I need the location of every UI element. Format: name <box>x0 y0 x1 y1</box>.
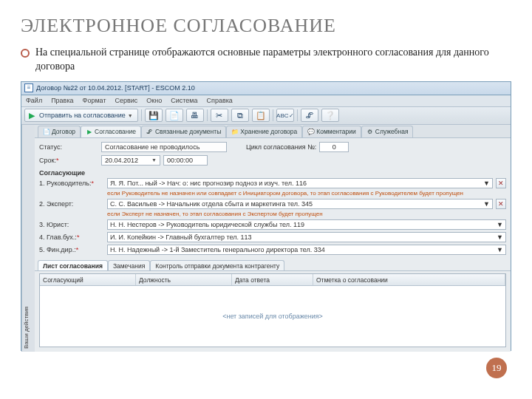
subtab-notes[interactable]: Замечания <box>108 260 150 270</box>
grid-col-position[interactable]: Должность <box>136 274 232 285</box>
menu-service[interactable]: Сервис <box>115 97 138 104</box>
titlebar[interactable]: ≡ Договор №22 от 10.04.2012. [START] - E… <box>21 82 511 95</box>
tab-linked-docs[interactable]: 🖇Связанные документы <box>141 126 226 137</box>
approver-4-label: 4. Глав.бух.:* <box>39 233 104 241</box>
term-label: Срок:* <box>39 157 98 164</box>
print-button[interactable]: 🖶 <box>186 109 204 122</box>
folder-icon: 📁 <box>231 129 238 135</box>
grid-header: Согласующий Должность Дата ответа Отметк… <box>40 274 505 286</box>
page-number: 19 <box>486 358 507 378</box>
grid-col-approver[interactable]: Согласующий <box>40 274 136 285</box>
scissors-icon: ✂ <box>214 110 225 120</box>
approver-3-select[interactable]: Н. Н. Нестеров -> Руководитель юридическ… <box>107 219 506 230</box>
approval-icon: ▶ <box>86 129 92 135</box>
gear-icon: ⚙ <box>366 129 373 135</box>
copy-button[interactable]: ⧉ <box>231 109 249 122</box>
grid-col-mark[interactable]: Отметка о согласовании <box>313 274 505 285</box>
approver-2-clear-button[interactable]: ✕ <box>496 199 506 209</box>
linked-icon: 🖇 <box>146 129 153 135</box>
menu-window[interactable]: Окно <box>146 97 162 104</box>
grid-empty: <нет записей для отображения> <box>40 286 505 346</box>
approver-1-warning: если Руководитель не назначен или совпад… <box>107 191 506 197</box>
tab-comments[interactable]: 💬Комментарии <box>302 126 361 137</box>
tabstrip: 📄Договор ▶Согласование 🖇Связанные докуме… <box>35 125 511 138</box>
chevron-down-icon: ▼ <box>483 180 490 187</box>
menubar: Файл Правка Формат Сервис Окно Система С… <box>21 95 511 107</box>
link-icon: 🖇 <box>304 110 315 120</box>
bullet-row: На специальной странице отображаются осн… <box>21 46 511 74</box>
comment-icon: 💬 <box>307 129 314 135</box>
toolbar: ▶ Отправить на согласование ▼ 💾 📄 🖶 ✂ ⧉ … <box>21 107 511 125</box>
chevron-down-icon: ▼ <box>497 246 503 253</box>
save-button[interactable]: 💾 <box>145 109 163 122</box>
grid-col-date[interactable]: Дата ответа <box>232 274 313 285</box>
app-window: ≡ Договор №22 от 10.04.2012. [START] - E… <box>21 81 511 351</box>
copy-doc-icon: 📄 <box>169 110 180 120</box>
bullet-text: На специальной странице отображаются осн… <box>35 46 511 74</box>
copy-doc-button[interactable]: 📄 <box>166 109 183 122</box>
term-time-input[interactable]: 00:00:00 <box>163 155 208 166</box>
abc-check-icon: ABC✓ <box>280 110 290 120</box>
spellcheck-button[interactable]: ABC✓ <box>276 109 294 122</box>
cut-button[interactable]: ✂ <box>211 109 228 122</box>
approver-3-label: 3. Юрист: <box>39 221 104 228</box>
approvers-header: Согласующие <box>39 169 506 177</box>
approver-2-warning: если Эксперт не назначен, то этап соглас… <box>107 211 506 218</box>
tab-document[interactable]: 📄Договор <box>38 126 81 137</box>
side-tab-actions[interactable]: Ваши действия <box>21 125 35 352</box>
approver-2-select[interactable]: С. С. Васильев -> Начальник отдела сбыта… <box>107 199 493 209</box>
approver-1-label: 1. Руководитель:* <box>39 180 104 187</box>
send-for-approval-button[interactable]: ▶ Отправить на согласование ▼ <box>24 109 138 122</box>
help-icon: ❔ <box>325 110 335 120</box>
chevron-down-icon: ▼ <box>497 233 503 241</box>
cycle-value: 0 <box>319 142 349 152</box>
approver-1-select[interactable]: Я. Я. Пот... ный -> Нач: о: нис прогнози… <box>107 178 493 188</box>
chevron-down-icon: ▼ <box>128 113 133 118</box>
attach-button[interactable]: 🖇 <box>301 109 318 122</box>
status-value: Согласование не проводилось <box>101 142 227 152</box>
app-icon: ≡ <box>24 83 33 92</box>
paste-button[interactable]: 📋 <box>252 109 270 122</box>
window-title: Договор №22 от 10.04.2012. [START] - ESC… <box>36 84 195 92</box>
send-icon: ▶ <box>27 110 37 120</box>
chevron-down-icon: ▼ <box>483 200 490 208</box>
approver-2-label: 2. Эксперт: <box>39 200 104 208</box>
subtab-approval-sheet[interactable]: Лист согласования <box>38 260 108 270</box>
menu-help[interactable]: Справка <box>207 97 233 104</box>
approval-grid: Согласующий Должность Дата ответа Отметк… <box>39 273 506 347</box>
tab-approval[interactable]: ▶Согласование <box>81 126 141 137</box>
chevron-down-icon: ▼ <box>151 157 157 163</box>
bullet-icon <box>21 49 30 58</box>
document-icon: 📄 <box>43 129 50 135</box>
approver-1-clear-button[interactable]: ✕ <box>496 178 506 188</box>
help-button[interactable]: ❔ <box>321 109 339 122</box>
approver-5-label: 5. Фин.дир.:* <box>39 246 104 253</box>
menu-format[interactable]: Формат <box>83 97 106 104</box>
clipboard-icon: 📋 <box>256 110 266 120</box>
subtab-send-control[interactable]: Контроль отправки документа контрагенту <box>150 260 284 270</box>
slide-title: ЭЛЕКТРОННОЕ СОГЛАСОВАНИЕ <box>21 15 511 37</box>
menu-file[interactable]: Файл <box>26 97 42 104</box>
save-icon: 💾 <box>149 110 159 120</box>
printer-icon: 🖶 <box>190 110 200 120</box>
tab-storage[interactable]: 📁Хранение договора <box>226 126 302 137</box>
approver-4-select[interactable]: И. И. Копейкин -> Главный бухгалтер тел.… <box>107 232 506 242</box>
tab-service[interactable]: ⚙Служебная <box>361 126 414 137</box>
subtabs: Лист согласования Замечания Контроль отп… <box>35 259 511 271</box>
chevron-down-icon: ▼ <box>497 221 503 228</box>
copy-icon: ⧉ <box>235 110 245 120</box>
term-date-input[interactable]: 20.04.2012▼ <box>101 155 160 166</box>
status-label: Статус: <box>39 143 98 151</box>
approver-5-select[interactable]: Н. Н. Надежный -> 1-й Заместитель генера… <box>107 245 506 255</box>
send-label: Отправить на согласование <box>39 112 126 119</box>
cycle-label: Цикл согласования №: <box>246 143 316 151</box>
menu-edit[interactable]: Правка <box>51 97 73 104</box>
menu-system[interactable]: Система <box>171 97 197 104</box>
